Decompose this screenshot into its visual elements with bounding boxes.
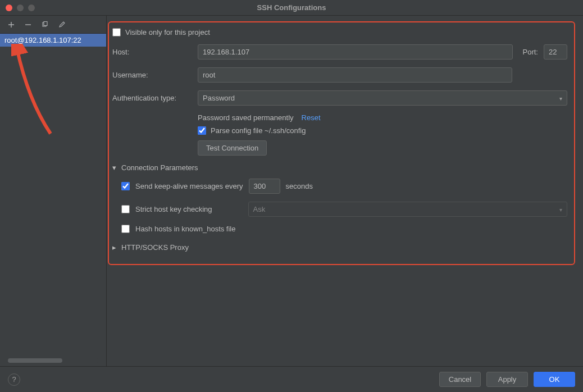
hash-hosts-label: Hash hosts in known_hosts file xyxy=(135,225,235,233)
maximize-window-icon[interactable] xyxy=(28,4,35,11)
window-title: SSH Configurations xyxy=(257,3,326,12)
main-panel: Visible only for this project Host: Port… xyxy=(107,16,583,366)
host-row: Host: Port: xyxy=(112,44,567,60)
footer: ? Cancel Apply OK xyxy=(0,366,583,392)
proxy-header[interactable]: ▸ HTTP/SOCKS Proxy xyxy=(112,243,567,252)
test-connection-row: Test Connection xyxy=(198,140,567,156)
hash-hosts-row: Hash hosts in known_hosts file xyxy=(121,225,567,233)
edit-icon[interactable] xyxy=(57,20,66,29)
proxy-title: HTTP/SOCKS Proxy xyxy=(121,243,189,252)
keepalive-checkbox[interactable] xyxy=(121,182,130,190)
keepalive-row: Send keep-alive messages every seconds xyxy=(121,179,567,194)
svg-rect-1 xyxy=(44,21,47,25)
parse-config-label: Parse config file ~/.ssh/config xyxy=(211,126,306,135)
visible-only-checkbox[interactable] xyxy=(112,28,121,37)
parse-config-row: Parse config file ~/.ssh/config xyxy=(198,126,567,135)
config-list[interactable]: root@192.168.1.107:22 xyxy=(0,34,106,355)
test-connection-button[interactable]: Test Connection xyxy=(198,140,267,156)
hash-hosts-checkbox[interactable] xyxy=(121,225,130,233)
sidebar-scrollbar-thumb[interactable] xyxy=(8,358,62,363)
add-icon[interactable] xyxy=(7,20,16,29)
strict-host-row: Strict host key checking Ask xyxy=(121,202,567,217)
chevron-right-icon: ▸ xyxy=(112,243,118,252)
copy-icon[interactable] xyxy=(40,20,49,29)
cancel-button[interactable]: Cancel xyxy=(439,372,481,387)
port-label: Port: xyxy=(523,48,538,56)
keepalive-suffix: seconds xyxy=(286,182,313,190)
host-label: Host: xyxy=(112,48,198,56)
connection-params-title: Connection Parameters xyxy=(121,163,198,172)
reset-link[interactable]: Reset xyxy=(302,113,321,122)
password-saved-row: Password saved permanently Reset xyxy=(198,113,567,122)
help-icon[interactable]: ? xyxy=(8,373,20,386)
parse-config-checkbox[interactable] xyxy=(198,126,206,135)
sidebar-scrollbar[interactable] xyxy=(8,358,98,363)
port-input[interactable] xyxy=(544,44,567,60)
close-window-icon[interactable] xyxy=(6,4,12,11)
host-input[interactable] xyxy=(198,44,513,60)
connection-params-header[interactable]: ▾ Connection Parameters xyxy=(112,163,567,172)
remove-icon[interactable] xyxy=(24,20,33,29)
ok-button[interactable]: OK xyxy=(534,372,575,387)
password-saved-text: Password saved permanently xyxy=(198,113,294,122)
list-item[interactable]: root@192.168.1.107:22 xyxy=(0,34,106,47)
visible-only-label: Visible only for this project xyxy=(125,28,210,37)
strict-host-label: Strict host key checking xyxy=(135,205,212,213)
sidebar: root@192.168.1.107:22 xyxy=(0,16,107,366)
sidebar-toolbar xyxy=(0,16,106,34)
keepalive-prefix: Send keep-alive messages every xyxy=(135,182,243,190)
chevron-down-icon xyxy=(559,94,562,102)
strict-host-checkbox[interactable] xyxy=(121,205,130,213)
keepalive-input[interactable] xyxy=(249,179,280,194)
username-row: Username: xyxy=(112,67,567,83)
username-input[interactable] xyxy=(198,67,512,83)
auth-type-select[interactable]: Password xyxy=(198,90,567,106)
auth-type-row: Authentication type: Password xyxy=(112,90,567,106)
window-controls xyxy=(6,4,35,11)
minimize-window-icon[interactable] xyxy=(17,4,24,11)
chevron-down-icon: ▾ xyxy=(112,163,118,172)
titlebar: SSH Configurations xyxy=(0,0,583,16)
chevron-down-icon xyxy=(559,205,562,213)
username-label: Username: xyxy=(112,71,198,79)
strict-host-select[interactable]: Ask xyxy=(248,202,567,217)
auth-type-value: Password xyxy=(203,94,235,102)
auth-type-label: Authentication type: xyxy=(112,94,198,102)
strict-host-value: Ask xyxy=(253,205,266,213)
content: root@192.168.1.107:22 Visible only for t… xyxy=(0,16,583,366)
form-highlight: Visible only for this project Host: Port… xyxy=(108,21,575,265)
visible-only-row: Visible only for this project xyxy=(112,28,567,37)
apply-button[interactable]: Apply xyxy=(486,372,528,387)
